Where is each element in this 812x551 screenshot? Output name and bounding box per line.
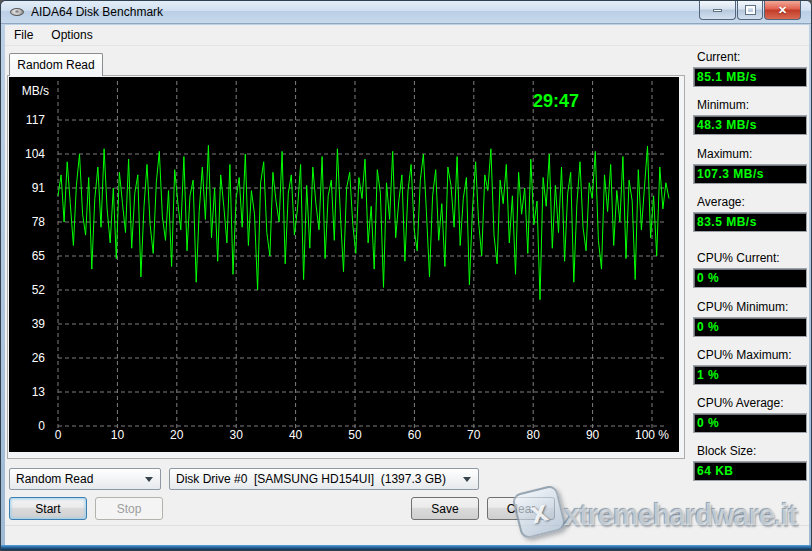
stat-maximum-value: 107.3 MB/s [693,164,807,184]
svg-text:0: 0 [38,419,45,433]
svg-text:50: 50 [348,428,362,442]
stat-cpu-maximum-label: CPU% Maximum: [689,348,809,364]
drive-select-value: Disk Drive #0 [SAMSUNG HD154UI] (1397.3 … [176,472,446,486]
stat-block-size-label: Block Size: [689,444,809,460]
benchmark-type-value: Random Read [16,472,93,486]
stat-minimum-value: 48.3 MB/s [693,115,807,135]
close-button[interactable]: ✕ [764,1,801,20]
minimize-icon [713,9,722,12]
benchmark-tab-page: MB/s117104917865523926130010203040506070… [7,75,685,459]
stat-cpu-average-value: 0 % [693,413,807,433]
stat-cpu-minimum: CPU% Minimum: 0 % [689,300,809,337]
svg-text:104: 104 [25,147,45,161]
disk-app-icon [9,4,25,20]
close-icon: ✕ [778,4,787,17]
benchmark-type-select[interactable]: Random Read [9,468,161,490]
svg-text:30: 30 [230,428,244,442]
svg-text:100 %: 100 % [635,428,669,442]
title-bar[interactable]: AIDA64 Disk Benchmark ✕ [1,1,811,24]
tab-random-read[interactable]: Random Read [9,53,103,76]
svg-text:40: 40 [289,428,303,442]
stat-current: Current: 85.1 MB/s [689,50,809,87]
window-bottom-border [1,545,811,550]
status-bar [5,525,809,547]
svg-text:MB/s: MB/s [22,84,49,98]
svg-text:52: 52 [32,283,46,297]
stat-block-size: Block Size: 64 KB [689,444,809,481]
svg-text:60: 60 [408,428,422,442]
benchmark-chart: MB/s117104917865523926130010203040506070… [9,77,679,452]
stat-average-label: Average: [689,195,809,211]
stat-current-label: Current: [689,50,809,66]
svg-text:117: 117 [26,113,45,127]
stat-cpu-minimum-value: 0 % [693,317,807,337]
svg-text:70: 70 [467,428,481,442]
maximize-button[interactable] [737,1,763,20]
stat-minimum-label: Minimum: [689,98,809,114]
app-window: AIDA64 Disk Benchmark ✕ File Options Ran… [0,0,812,551]
menu-bar: File Options [5,25,809,46]
stats-panel: Current: 85.1 MB/s Minimum: 48.3 MB/s Ma… [689,46,809,506]
stat-maximum-label: Maximum: [689,147,809,163]
save-button[interactable]: Save [411,497,479,520]
stat-cpu-average: CPU% Average: 0 % [689,396,809,433]
start-button[interactable]: Start [9,497,87,520]
stat-block-size-value: 64 KB [693,461,807,481]
stat-average-value: 83.5 MB/s [693,212,807,232]
stat-cpu-minimum-label: CPU% Minimum: [689,300,809,316]
stat-cpu-current: CPU% Current: 0 % [689,251,809,288]
svg-text:29:47: 29:47 [533,91,579,111]
svg-text:90: 90 [586,428,600,442]
chevron-down-icon [463,477,471,482]
stat-minimum: Minimum: 48.3 MB/s [689,98,809,135]
stat-current-value: 85.1 MB/s [693,67,807,87]
stat-cpu-maximum: CPU% Maximum: 1 % [689,348,809,385]
menu-options[interactable]: Options [42,26,101,44]
client-area: Random Read MB/s117104917865523926130010… [5,46,809,547]
svg-text:91: 91 [32,181,46,195]
stat-maximum: Maximum: 107.3 MB/s [689,147,809,184]
svg-text:65: 65 [32,249,46,263]
svg-text:26: 26 [32,351,46,365]
window-title: AIDA64 Disk Benchmark [31,5,163,19]
svg-text:13: 13 [32,385,46,399]
stat-cpu-maximum-value: 1 % [693,365,807,385]
svg-text:39: 39 [32,317,46,331]
chevron-down-icon [145,477,153,482]
stat-cpu-current-label: CPU% Current: [689,251,809,267]
svg-text:78: 78 [32,215,46,229]
svg-text:80: 80 [527,428,541,442]
minimize-button[interactable] [699,1,736,20]
maximize-icon [746,6,755,14]
stop-button: Stop [95,497,163,520]
stat-average: Average: 83.5 MB/s [689,195,809,232]
stat-cpu-average-label: CPU% Average: [689,396,809,412]
menu-file[interactable]: File [5,26,42,44]
svg-text:20: 20 [170,428,184,442]
svg-text:10: 10 [111,428,125,442]
drive-select[interactable]: Disk Drive #0 [SAMSUNG HD154UI] (1397.3 … [169,468,479,490]
chart-canvas: MB/s117104917865523926130010203040506070… [9,77,679,452]
clear-button[interactable]: Clear [487,497,555,520]
svg-text:0: 0 [55,428,62,442]
stat-cpu-current-value: 0 % [693,268,807,288]
